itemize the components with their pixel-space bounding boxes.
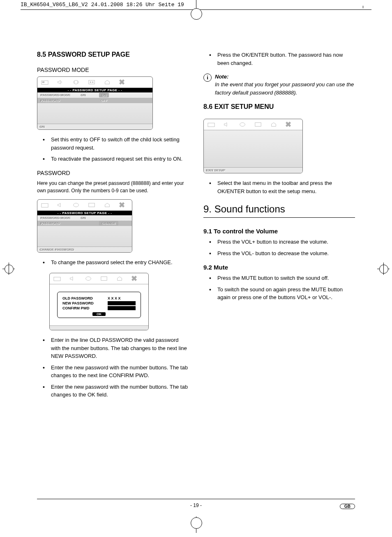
osd-tab-exit-icon: ✖ bbox=[131, 274, 137, 283]
osd-option-off: OFF bbox=[99, 98, 109, 103]
svg-point-7 bbox=[74, 203, 79, 207]
list-item: Enter in the line OLD PASSWORD the valid… bbox=[37, 336, 189, 360]
svg-rect-12 bbox=[208, 123, 214, 127]
svg-point-4 bbox=[90, 81, 92, 83]
list-item: To switch the sound on again press the M… bbox=[203, 286, 355, 302]
svg-point-13 bbox=[240, 123, 245, 127]
section-heading-9-1: 9.1 To control the Volume bbox=[203, 228, 355, 235]
osd-tab-general-icon bbox=[207, 121, 215, 128]
confirm-pwd-label: CONFIRM PWD bbox=[62, 306, 108, 310]
osd-tab-preference-icon bbox=[115, 275, 124, 282]
section-heading-8-5: 8.5 PASSWORD SETUP PAGE bbox=[37, 51, 189, 58]
subheading-password: PASSWORD bbox=[37, 170, 189, 176]
svg-point-2 bbox=[74, 81, 79, 84]
osd-tab-exit-icon: ✖ bbox=[119, 78, 125, 87]
info-icon: i bbox=[203, 74, 212, 82]
osd-status: ON bbox=[37, 124, 152, 129]
new-password-field bbox=[108, 301, 136, 305]
note-title: Note: bbox=[215, 74, 355, 80]
svg-rect-8 bbox=[89, 203, 95, 207]
svg-rect-1 bbox=[42, 81, 44, 83]
new-password-label: NEW PASSWORD bbox=[62, 301, 108, 305]
osd-row-label: PASSWORD MODE bbox=[39, 216, 79, 220]
osd-title: - - PASSWORD SETUP PAGE - - bbox=[37, 88, 152, 92]
osd-tab-dolby-icon bbox=[84, 275, 92, 282]
svg-rect-9 bbox=[54, 277, 60, 281]
osd-tab-dolby-icon bbox=[238, 121, 247, 128]
section-heading-9: 9. Sound functions bbox=[203, 203, 355, 215]
osd-password-setup-1: ✖ - - PASSWORD SETUP PAGE - - PASSWORD M… bbox=[37, 76, 153, 130]
osd-tab-preference-icon bbox=[103, 202, 111, 208]
osd-tab-video-icon bbox=[100, 275, 108, 282]
osd-tab-general-icon bbox=[53, 275, 61, 282]
svg-rect-14 bbox=[255, 123, 261, 127]
list-item: To change the password select the entry … bbox=[37, 258, 189, 267]
list-item: Press the MUTE button to switch the soun… bbox=[203, 274, 355, 282]
confirm-pwd-field bbox=[108, 306, 136, 310]
osd-row-label: PASSWORD bbox=[39, 221, 79, 226]
osd-change-password: ✖ OLD PASSWORD X X X X NEW PASSWORD bbox=[49, 273, 149, 330]
list-item: Press the VOL- button to decrease the vo… bbox=[203, 249, 355, 258]
svg-rect-3 bbox=[89, 81, 95, 84]
list-item: Press the VOL+ button to increase the vo… bbox=[203, 238, 355, 246]
section-heading-9-2: 9.2 Mute bbox=[203, 264, 355, 271]
osd-row-value: ON bbox=[79, 216, 99, 220]
svg-rect-11 bbox=[101, 277, 107, 281]
osd-status: EXIT SETUP bbox=[204, 167, 302, 173]
osd-tab-speaker-icon bbox=[223, 121, 231, 128]
list-item: Enter the new password with the number b… bbox=[37, 383, 189, 399]
osd-option-change: CHANGE bbox=[99, 221, 118, 226]
crop-mark-icon bbox=[190, 516, 202, 529]
osd-status: CHANGE PASSWORD bbox=[37, 247, 132, 252]
osd-tab-exit-icon: ✖ bbox=[119, 201, 125, 210]
list-item: Enter the new password with the number b… bbox=[37, 364, 189, 380]
osd-tab-video-icon bbox=[254, 121, 262, 128]
osd-tab-general-icon bbox=[41, 202, 49, 208]
list-item: Select the last menu in the toolbar and … bbox=[203, 179, 355, 195]
osd-tab-speaker-icon bbox=[69, 275, 77, 282]
paragraph: Here you can change the preset password … bbox=[37, 180, 189, 194]
osd-tab-exit-icon: ✖ bbox=[285, 120, 291, 129]
osd-tab-dolby-icon bbox=[72, 202, 80, 208]
crop-mark-icon bbox=[190, 4, 202, 16]
note-body: In the event that you forget your passwo… bbox=[215, 81, 355, 97]
osd-row-label: PASSWORD bbox=[39, 98, 79, 103]
registration-mark-icon bbox=[2, 263, 15, 275]
osd-tab-preference-icon bbox=[270, 121, 278, 128]
list-item: To reactivate the password request set t… bbox=[37, 155, 189, 163]
osd-tab-video-icon bbox=[88, 79, 96, 85]
old-password-label: OLD PASSWORD bbox=[62, 296, 108, 300]
old-password-value: X X X X bbox=[108, 296, 136, 300]
osd-title: - - PASSWORD SETUP PAGE - - bbox=[37, 211, 132, 215]
language-badge: GB bbox=[340, 504, 355, 509]
osd-tab-preference-icon bbox=[103, 79, 111, 85]
osd-row-value: ON bbox=[79, 93, 99, 97]
osd-tab-general-icon bbox=[41, 79, 49, 85]
list-item: Press the OK/ENTER button. The password … bbox=[203, 51, 355, 67]
list-item: Set this entry to OFF to switch off the … bbox=[37, 136, 189, 152]
registration-mark-icon bbox=[377, 263, 390, 275]
svg-point-5 bbox=[92, 81, 94, 83]
osd-tab-dolby-icon bbox=[72, 79, 80, 85]
osd-row-label: PASSWORD MODE bbox=[39, 93, 79, 97]
osd-password-setup-2: ✖ - - PASSWORD SETUP PAGE - - PASSWORD M… bbox=[37, 199, 132, 253]
section-heading-8-6: 8.6 EXIT SETUP MENU bbox=[203, 103, 355, 111]
osd-tab-speaker-icon bbox=[56, 202, 65, 208]
page-number: - 19 - bbox=[190, 502, 202, 508]
subheading-password-mode: PASSWORD MODE bbox=[37, 67, 189, 73]
osd-tab-speaker-icon bbox=[56, 79, 65, 85]
svg-point-10 bbox=[86, 277, 91, 281]
osd-option-on: ON bbox=[99, 93, 109, 97]
osd-exit-setup: ✖ EXIT SETUP bbox=[203, 119, 303, 173]
svg-rect-6 bbox=[42, 203, 48, 207]
osd-tab-video-icon bbox=[88, 202, 96, 208]
ok-button: OK bbox=[92, 312, 106, 316]
